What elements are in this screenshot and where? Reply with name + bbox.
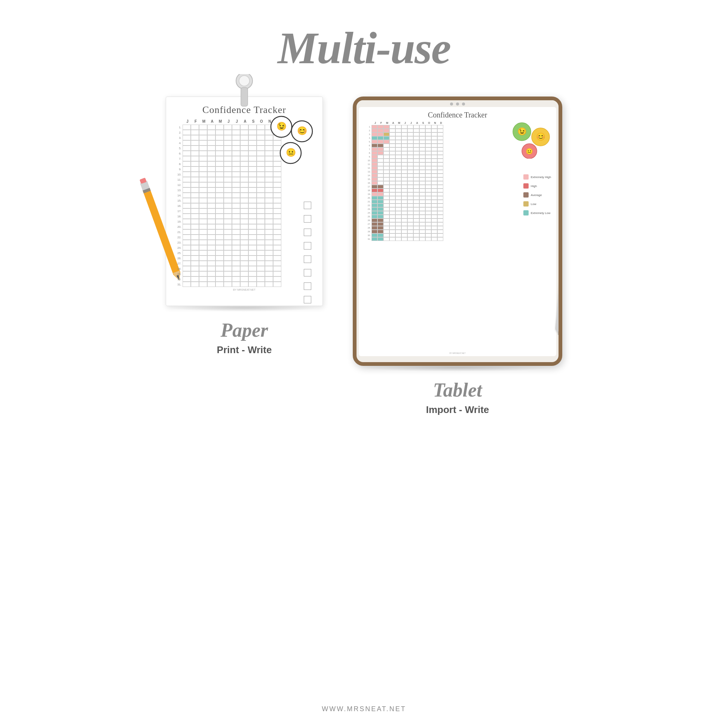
checkboxes-paper bbox=[304, 202, 311, 309]
paper-cell bbox=[182, 234, 191, 240]
legend-label-average: Average bbox=[531, 193, 542, 197]
legend-label-high: High bbox=[531, 184, 537, 188]
tablet-col-3 bbox=[390, 125, 395, 241]
paper-cell bbox=[216, 161, 224, 167]
paper-cell bbox=[207, 177, 216, 182]
paper-cell bbox=[216, 240, 224, 245]
paper-cell bbox=[248, 193, 257, 198]
paper-cell bbox=[273, 182, 281, 187]
paper-cell bbox=[240, 172, 248, 177]
tablet-cell bbox=[372, 181, 378, 185]
paper-cell bbox=[273, 172, 281, 177]
tablet-cell bbox=[384, 222, 390, 226]
tablet-watermark: BY MRSNEAT.NET bbox=[450, 352, 466, 354]
paper-cell bbox=[216, 145, 224, 151]
paper-cell bbox=[224, 203, 232, 208]
paper-cell bbox=[199, 193, 207, 198]
tablet-cell bbox=[390, 230, 395, 234]
paper-cell bbox=[257, 219, 265, 224]
tablet-cell bbox=[401, 188, 407, 192]
tablet-cell bbox=[419, 192, 425, 196]
tablet-cell bbox=[425, 230, 431, 234]
tablet-cell bbox=[395, 155, 401, 159]
tablet-cell bbox=[419, 162, 425, 166]
paper-cell bbox=[199, 245, 207, 250]
paper-cell bbox=[257, 261, 265, 266]
tablet-cell bbox=[395, 188, 401, 192]
tablet-cell bbox=[390, 166, 395, 170]
month-M1: M bbox=[200, 119, 208, 124]
paper-watermark: BY MRSNEAT.NET bbox=[173, 288, 316, 291]
tablet-cell bbox=[431, 203, 437, 207]
paper-cell bbox=[191, 156, 199, 161]
paper-cell bbox=[273, 193, 281, 198]
paper-cell bbox=[224, 177, 232, 182]
paper-cell bbox=[191, 245, 199, 250]
tablet-cell bbox=[384, 155, 390, 159]
paper-cell bbox=[224, 245, 232, 250]
tablet-cell bbox=[431, 222, 437, 226]
tablet-cell bbox=[390, 219, 395, 222]
paper-cell bbox=[216, 255, 224, 261]
paper-cell bbox=[273, 229, 281, 234]
tablet-cell bbox=[395, 203, 401, 207]
paper-cell bbox=[182, 177, 191, 182]
legend-color-low bbox=[523, 201, 529, 206]
tablet-cell bbox=[384, 185, 390, 188]
paper-cell bbox=[257, 229, 265, 234]
paper-cell bbox=[191, 125, 199, 130]
paper-cell bbox=[265, 198, 273, 203]
paper-cell bbox=[216, 151, 224, 156]
tablet-section: Confidence Tracker J F M A M J J A S O N… bbox=[353, 96, 562, 416]
paper-cell bbox=[257, 203, 265, 208]
tablet-cell bbox=[407, 203, 413, 207]
tablet-cell bbox=[401, 211, 407, 215]
tablet-cell bbox=[390, 144, 395, 147]
paper-cell bbox=[232, 177, 240, 182]
paper-row-numbers: 1. 2. 3. 4. 5. 6. 7. 8. 9. 10. 11. 12. 1… bbox=[173, 125, 182, 287]
tablet-cell bbox=[378, 185, 384, 188]
paper-cell bbox=[257, 277, 265, 282]
tablet-cell bbox=[378, 147, 384, 151]
paper-col-0 bbox=[182, 125, 191, 287]
tablet-cell bbox=[384, 230, 390, 234]
tablet-cell bbox=[425, 162, 431, 166]
legend-color-extremely-low bbox=[523, 210, 529, 216]
tablet-cell bbox=[431, 147, 437, 151]
paper-cell bbox=[199, 182, 207, 187]
tablet-cell bbox=[413, 170, 419, 174]
paper-cell bbox=[232, 219, 240, 224]
tablet-cell bbox=[419, 230, 425, 234]
tablet-cell bbox=[372, 144, 378, 147]
tablet-cell bbox=[407, 222, 413, 226]
legend-average: Average bbox=[523, 192, 551, 197]
paper-label: Paper bbox=[220, 319, 268, 341]
paper-cell bbox=[248, 282, 257, 287]
paper-cell bbox=[182, 229, 191, 234]
paper-cell bbox=[224, 271, 232, 277]
paper-cell bbox=[257, 167, 265, 172]
paper-cell bbox=[216, 198, 224, 203]
tablet-cell bbox=[378, 177, 384, 181]
svg-text:😐: 😐 bbox=[286, 147, 296, 158]
paper-cell bbox=[207, 214, 216, 219]
tablet-label: Tablet bbox=[433, 379, 482, 401]
tablet-cell bbox=[425, 192, 431, 196]
tablet-cell bbox=[437, 136, 443, 140]
paper-cell bbox=[257, 156, 265, 161]
paper-cell bbox=[224, 282, 232, 287]
tablet-cell bbox=[425, 151, 431, 155]
tablet-cell bbox=[395, 166, 401, 170]
paper-cell bbox=[199, 214, 207, 219]
tablet-cell bbox=[390, 140, 395, 144]
paper-cell bbox=[240, 167, 248, 172]
paper-cell bbox=[273, 219, 281, 224]
tablet-cell bbox=[390, 211, 395, 215]
tablet-cell bbox=[384, 192, 390, 196]
paper-cell bbox=[182, 193, 191, 198]
paper-cell bbox=[232, 145, 240, 151]
paper-cell bbox=[248, 156, 257, 161]
paper-col-7 bbox=[240, 125, 248, 287]
tablet-cell bbox=[372, 132, 378, 136]
tablet-cell bbox=[372, 211, 378, 215]
